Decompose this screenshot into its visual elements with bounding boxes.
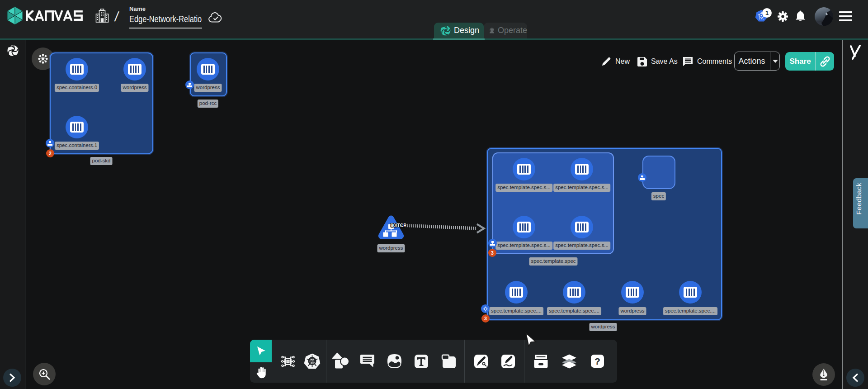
svg-text:?: ? bbox=[594, 356, 600, 366]
